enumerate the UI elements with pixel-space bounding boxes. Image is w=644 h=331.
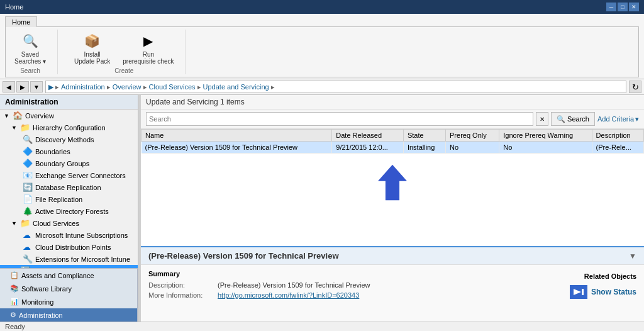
breadcrumb-nav: ◀ ▶ ▼: [3, 81, 43, 93]
add-criteria-label: Add Criteria: [597, 115, 634, 123]
ad-forests-icon: 🌲: [23, 206, 33, 216]
breadcrumb-root[interactable]: ▶: [48, 83, 53, 91]
svg-marker-1: [574, 289, 581, 295]
sidebar-item-intune-subscriptions[interactable]: ☁ Microsoft Intune Subscriptions: [0, 229, 138, 241]
add-criteria-link[interactable]: Add Criteria ▾: [597, 115, 639, 123]
col-date-released[interactable]: Date Released: [332, 130, 404, 142]
detail-content: Summary Description: (Pre-Release) Versi…: [141, 265, 644, 306]
breadcrumb-administration[interactable]: Administration: [61, 83, 105, 91]
exchange-icon: 📧: [23, 171, 33, 180]
sidebar-label-discovery-methods: Discovery Methods: [35, 136, 94, 143]
col-description[interactable]: Description: [592, 130, 643, 142]
bottom-nav: 📋 Assets and Compliance 📚 Software Libra…: [0, 268, 138, 322]
breadcrumb-cloud-services[interactable]: Cloud Services: [149, 83, 196, 91]
nav-dropdown-button[interactable]: ▼: [30, 81, 43, 93]
saved-searches-icon: 🔍: [20, 31, 40, 51]
detail-left: Summary Description: (Pre-Release) Versi…: [148, 270, 511, 301]
run-prereq-check-button[interactable]: ▶ Runprerequisite check: [119, 30, 177, 66]
search-bar: ✕ 🔍 Search Add Criteria ▾: [141, 109, 644, 129]
sidebar-item-discovery-methods[interactable]: 🔍 Discovery Methods: [0, 133, 138, 145]
cell-description: (Pre-Rele...: [592, 142, 643, 154]
install-update-pack-icon: 📦: [82, 31, 103, 51]
install-update-pack-button[interactable]: 📦 InstallUpdate Pack: [70, 30, 114, 66]
table-row[interactable]: (Pre-Release) Version 1509 for Technical…: [142, 142, 644, 154]
bottom-nav-administration[interactable]: ⚙ Administration: [0, 308, 138, 322]
extensions-icon: 🔧: [23, 254, 33, 264]
col-prereq-only[interactable]: Prereq Only: [446, 130, 499, 142]
cloud-dp-icon: ☁: [23, 242, 33, 252]
ribbon-group-search-label: Search: [20, 67, 40, 74]
monitoring-label: Monitoring: [21, 298, 53, 306]
breadcrumb-overview[interactable]: Overview: [113, 83, 142, 91]
chevron-down-icon-cloud: ▼: [11, 220, 18, 227]
search-clear-button[interactable]: ✕: [536, 112, 548, 126]
show-status-label: Show Status: [591, 288, 636, 296]
minimize-button[interactable]: ─: [606, 3, 616, 11]
search-button-label: Search: [567, 115, 589, 123]
detail-description-value: (Pre-Release) Version 1509 for Technical…: [218, 281, 511, 289]
saved-searches-label: SavedSearches ▾: [14, 51, 46, 65]
title-bar-controls: ─ □ ✕: [606, 3, 639, 11]
bottom-nav-monitoring[interactable]: 📊 Monitoring: [0, 295, 138, 308]
bottom-nav-software-library[interactable]: 📚 Software Library: [0, 282, 138, 295]
sidebar-item-boundary-groups[interactable]: 🔷 Boundary Groups: [0, 157, 138, 169]
ribbon-tab-home[interactable]: Home: [5, 16, 37, 27]
ribbon-group-search: 🔍 SavedSearches ▾ Search: [11, 30, 58, 74]
detail-header: (Pre-Release) Version 1509 for Technical…: [141, 247, 644, 265]
content-area: Update and Servicing 1 items ✕ 🔍 Search …: [141, 95, 644, 322]
chevron-down-icon-hierarchy: ▼: [11, 125, 18, 131]
content-table: Name Date Released State Prereq Only Ign…: [141, 129, 644, 154]
sidebar-item-cloud-distribution-points[interactable]: ☁ Cloud Distribution Points: [0, 241, 138, 253]
ribbon-content: 🔍 SavedSearches ▾ Search 📦 InstallUpdate…: [5, 26, 639, 77]
col-name[interactable]: Name: [142, 130, 332, 142]
refresh-button[interactable]: ↻: [629, 81, 641, 93]
breadcrumb-update-and-servicing[interactable]: Update and Servicing: [203, 83, 269, 91]
back-button[interactable]: ◀: [3, 81, 15, 93]
assets-label: Assets and Compliance: [21, 272, 94, 279]
add-criteria-icon: ▾: [635, 115, 639, 123]
sidebar-item-cloud-services[interactable]: ▼ 📁 Cloud Services: [0, 217, 138, 229]
detail-more-info-row: More Information: http://go.microsoft.co…: [148, 291, 511, 299]
ribbon-group-create: 📦 InstallUpdate Pack ▶ Runprerequisite c…: [70, 30, 186, 74]
search-button[interactable]: 🔍 Search: [551, 112, 595, 126]
status-text: Ready: [5, 323, 25, 330]
show-status-button[interactable]: Show Status: [570, 285, 636, 299]
col-state[interactable]: State: [403, 130, 445, 142]
search-input[interactable]: [146, 112, 533, 126]
forward-button[interactable]: ▶: [16, 81, 29, 93]
show-status-icon: [570, 285, 587, 299]
sidebar-label-cloud-dp: Cloud Distribution Points: [35, 244, 111, 251]
sidebar-item-file-replication[interactable]: 📄 File Replication: [0, 193, 138, 205]
sidebar-label-boundary-groups: Boundary Groups: [35, 160, 89, 167]
cell-name: (Pre-Release) Version 1509 for Technical…: [142, 142, 332, 154]
close-button[interactable]: ✕: [629, 3, 639, 11]
maximize-button[interactable]: □: [618, 3, 628, 11]
intune-icon: ☁: [23, 230, 33, 240]
svg-rect-2: [582, 289, 584, 295]
breadcrumb-bar: ◀ ▶ ▼ ▶ ▸ Administration ▸ Overview ▸ Cl…: [0, 79, 644, 95]
detail-more-info-label: More Information:: [148, 291, 218, 299]
related-objects-label: Related Objects: [584, 272, 636, 280]
sidebar-item-boundaries[interactable]: 🔷 Boundaries: [0, 145, 138, 157]
sidebar-label-intune: Microsoft Intune Subscriptions: [35, 232, 128, 239]
sidebar-item-extensions-intune[interactable]: 🔧 Extensions for Microsoft Intune: [0, 253, 138, 265]
main-layout: Administration ▼ 🏠 Overview ▼ 📁 Hierarch…: [0, 95, 644, 322]
sidebar-label-boundaries: Boundaries: [35, 148, 70, 155]
sidebar-label-overview: Overview: [25, 112, 54, 120]
detail-collapse-button[interactable]: ▼: [629, 252, 636, 261]
sidebar-item-hierarchy-config[interactable]: ▼ 📁 Hierarchy Configuration: [0, 121, 138, 133]
sidebar-item-active-directory-forests[interactable]: 🌲 Active Directory Forests: [0, 205, 138, 217]
cell-state: Installing: [403, 142, 445, 154]
sidebar-item-exchange-server-connectors[interactable]: 📧 Exchange Server Connectors: [0, 169, 138, 181]
sidebar-item-database-replication[interactable]: 🔄 Database Replication: [0, 181, 138, 193]
col-ignore-prereq-warning[interactable]: Ignore Prereq Warning: [499, 130, 592, 142]
sidebar-label-database-replication: Database Replication: [35, 184, 101, 191]
sidebar-item-overview[interactable]: ▼ 🏠 Overview: [0, 109, 138, 121]
chevron-down-icon: ▼: [4, 113, 10, 119]
ribbon-group-create-label: Create: [114, 67, 133, 74]
cell-date-released: 9/21/2015 12:0...: [332, 142, 404, 154]
saved-searches-button[interactable]: 🔍 SavedSearches ▾: [11, 30, 50, 66]
sidebar-label-file-replication: File Replication: [35, 196, 82, 203]
bottom-nav-assets[interactable]: 📋 Assets and Compliance: [0, 269, 138, 282]
discovery-methods-icon: 🔍: [23, 135, 33, 144]
